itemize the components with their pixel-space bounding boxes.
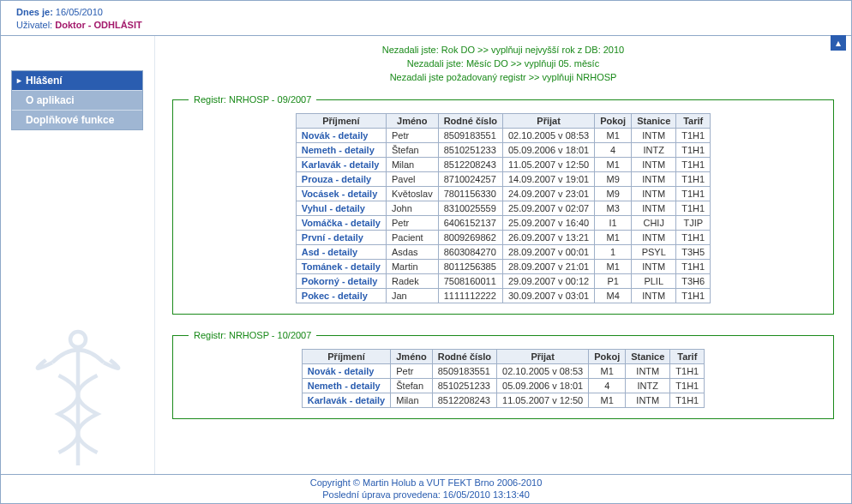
cell-station: INTM [632, 129, 676, 143]
sidebar-item-2[interactable]: Doplňkové funkce [12, 111, 142, 129]
detail-link[interactable]: Pokorný - detaily [296, 274, 386, 289]
cell-admitted: 28.09.2007 v 21:01 [502, 260, 594, 274]
svg-point-0 [70, 332, 86, 347]
col-header: Pokoj [595, 114, 632, 129]
cell-room: M9 [595, 172, 632, 187]
cell-admitted: 30.09.2007 v 03:01 [502, 289, 594, 303]
cell-name: Petr [386, 129, 438, 143]
cell-room: M1 [595, 158, 632, 172]
cell-tariff: T1H1 [670, 393, 705, 408]
detail-link[interactable]: Prouza - detaily [296, 172, 386, 187]
sidebar-menu: HlášeníO aplikaciDoplňkové funkce [11, 70, 143, 130]
detail-link[interactable]: Nemeth - detaily [296, 143, 386, 158]
register-table-1: PříjmeníJménoRodné čísloPřijatPokojStani… [302, 349, 705, 408]
cell-admitted: 25.09.2007 v 16:40 [502, 216, 594, 231]
detail-link[interactable]: Vomáčka - detaily [296, 216, 386, 231]
col-header: Stanice [626, 350, 670, 364]
detail-link[interactable]: Karlavák - detaily [296, 158, 386, 172]
user-label: Uživatel: [16, 20, 52, 30]
detail-link[interactable]: Asd - detaily [296, 245, 386, 260]
cell-name: Pacient [386, 231, 438, 245]
logout-link[interactable]: ODHLÁSIT [94, 20, 142, 30]
cell-name: Štefan [386, 143, 438, 158]
cell-room: M1 [595, 129, 632, 143]
detail-link[interactable]: Tománek - detaily [296, 260, 386, 274]
cell-admitted: 24.09.2007 v 23:01 [502, 187, 594, 201]
detail-link[interactable]: Pokec - detaily [296, 289, 386, 303]
register-legend-0: Registr: NRHOSP - 09/2007 [189, 94, 316, 105]
notices: Nezadali jste: Rok DO >> vyplňuji nejvyš… [172, 43, 834, 84]
cell-name: Martin [386, 260, 438, 274]
table-row: Vomáčka - detailyPetr640615213725.09.200… [296, 216, 710, 231]
cell-station: INTZ [632, 143, 676, 158]
sidebar-item-1[interactable]: O aplikaci [12, 91, 142, 111]
cell-admitted: 26.09.2007 v 13:21 [502, 231, 594, 245]
cell-station: INTM [632, 201, 676, 216]
cell-admitted: 29.09.2007 v 00:12 [502, 274, 594, 289]
footer: Copyright © Martin Holub a VUT FEKT Brno… [1, 474, 851, 503]
cell-admitted: 05.09.2006 v 18:01 [502, 143, 594, 158]
cell-room: M1 [595, 231, 632, 245]
table-row: První - detailyPacient800926986226.09.20… [296, 231, 710, 245]
user-value: Doktor [55, 20, 85, 30]
cell-rc: 8603084270 [438, 245, 502, 260]
table-row: Pokec - detailyJan111111222230.09.2007 v… [296, 289, 710, 303]
cell-rc: 8512208243 [438, 158, 502, 172]
cell-tariff: T3H5 [676, 245, 711, 260]
cell-tariff: T3H6 [676, 274, 711, 289]
cell-station: INTZ [626, 379, 670, 393]
cell-station: INTM [632, 231, 676, 245]
table-row: Pokorný - detailyRadek750816001129.09.20… [296, 274, 710, 289]
cell-tariff: T1H1 [670, 364, 705, 379]
detail-link[interactable]: První - detaily [296, 231, 386, 245]
detail-link[interactable]: Vocásek - detaily [296, 187, 386, 201]
cell-room: M1 [589, 393, 626, 408]
col-header: Přijat [502, 114, 594, 129]
detail-link[interactable]: Nemeth - detaily [302, 379, 391, 393]
cell-room: 4 [589, 379, 626, 393]
cell-name: Jan [386, 289, 438, 303]
cell-name: John [386, 201, 438, 216]
sidebar-item-0[interactable]: Hlášení [12, 71, 142, 91]
cell-room: 4 [595, 143, 632, 158]
col-header: Rodné číslo [432, 350, 496, 364]
cell-name: Milan [386, 158, 438, 172]
cell-name: Milan [391, 393, 432, 408]
cell-name: Asdas [386, 245, 438, 260]
table-row: Asd - detailyAsdas860308427028.09.2007 v… [296, 245, 710, 260]
cell-name: Pavel [386, 172, 438, 187]
table-row: Prouza - detailyPavel871002425714.09.200… [296, 172, 710, 187]
detail-link[interactable]: Novák - detaily [296, 129, 386, 143]
col-header: Přijat [497, 350, 589, 364]
cell-station: PSYL [632, 245, 676, 260]
cell-tariff: T1H1 [676, 158, 711, 172]
cell-station: PLIL [632, 274, 676, 289]
cell-rc: 8509183551 [438, 129, 502, 143]
cell-station: INTM [632, 158, 676, 172]
cell-tariff: T1H1 [676, 187, 711, 201]
table-row: Novák - detailyPetr850918355102.10.2005 … [296, 129, 710, 143]
register-table-0: PříjmeníJménoRodné čísloPřijatPokojStani… [296, 113, 711, 303]
caduceus-icon [9, 324, 147, 478]
cell-room: M1 [589, 364, 626, 379]
cell-rc: 8512208243 [432, 393, 496, 408]
col-header: Tarif [670, 350, 705, 364]
cell-name: Petr [391, 364, 432, 379]
table-row: Tománek - detailyMartin801125638528.09.2… [296, 260, 710, 274]
detail-link[interactable]: Vyhul - detaily [296, 201, 386, 216]
cell-room: M3 [595, 201, 632, 216]
footer-copyright: Copyright © Martin Holub a VUT FEKT Brno… [1, 477, 851, 489]
cell-station: INTM [632, 187, 676, 201]
detail-link[interactable]: Karlavák - detaily [302, 393, 391, 408]
notice-line-1: Nezadali jste: Měsíc DO >> vyplňuji 05. … [172, 57, 834, 70]
cell-rc: 8509183551 [432, 364, 496, 379]
cell-rc: 8710024257 [438, 172, 502, 187]
sidebar: HlášeníO aplikaciDoplňkové funkce [1, 36, 155, 478]
cell-admitted: 28.09.2007 v 00:01 [502, 245, 594, 260]
date-value: 16/05/2010 [56, 7, 103, 17]
cell-tariff: T1H1 [676, 172, 711, 187]
cell-admitted: 05.09.2006 v 18:01 [497, 379, 589, 393]
table-row: Vocásek - detailyKvětoslav780115633024.0… [296, 187, 710, 201]
detail-link[interactable]: Novák - detaily [302, 364, 391, 379]
cell-rc: 8310025559 [438, 201, 502, 216]
